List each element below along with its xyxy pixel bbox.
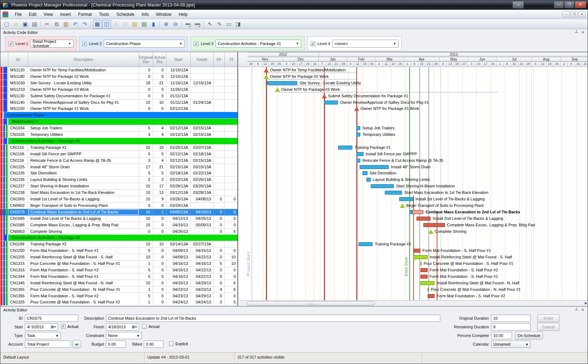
display-settings-button[interactable]: ▭ — [513, 1, 524, 8]
table-row[interactable]: CN1235Site Demolition5502/18/13A02/22/13… — [0, 170, 238, 177]
activity-bar-blue[interactable] — [360, 165, 389, 169]
cpm-check-icon[interactable]: cpm✓ — [193, 20, 202, 28]
menu-edit[interactable]: Edit — [25, 10, 40, 18]
level-2-select[interactable]: Construction Phase▼ — [104, 40, 184, 48]
gantt-hscrollbar[interactable]: | | | ▶ — [239, 300, 588, 306]
column-header-description[interactable]: Description — [28, 52, 139, 67]
pin-icon[interactable]: ┴ — [575, 307, 578, 312]
copy-icon[interactable]: ⧉ — [52, 20, 61, 28]
finish-date-field[interactable]: 4/18/2013▦▾ — [106, 323, 139, 330]
milestone-red-icon[interactable] — [322, 94, 327, 98]
menu-insert[interactable]: Insert — [57, 10, 75, 18]
mdi-close-button[interactable]: ✕ — [578, 12, 585, 17]
close-icon[interactable]: × — [582, 307, 584, 312]
table-row[interactable]: CN1237Start Shoring H-Beam Installation1… — [0, 183, 238, 190]
close-icon[interactable]: × — [582, 30, 584, 35]
menu-schedule[interactable]: Schedule — [113, 10, 138, 18]
layout-view-icon[interactable]: ◨ — [234, 20, 242, 28]
timescale-icon[interactable]: ▭ — [224, 20, 233, 28]
on-schedule-button[interactable]: On Schedule — [515, 332, 543, 339]
table-row[interactable]: MS1120Owner NTP for Temp Facilities/Mobi… — [0, 67, 238, 74]
column-header-finish[interactable]: Finish — [191, 52, 214, 67]
activity-bar-red[interactable] — [423, 223, 445, 227]
zoom-out-icon[interactable]: ⊖ — [171, 20, 180, 28]
table-row[interactable]: MS1130Submit Safety Documentation for Pa… — [0, 93, 238, 99]
table-row[interactable]: CN9902Begin Transport of Soils to Proces… — [0, 203, 238, 209]
zoom-in-icon[interactable]: ⊕ — [162, 20, 170, 28]
mdi-restore-button[interactable]: ❐ — [570, 12, 578, 17]
constraint-select[interactable]: None▼ — [106, 332, 142, 339]
start-date-field[interactable]: 4/ 5/2013▦▾ — [25, 323, 58, 330]
table-row[interactable]: CN1345Install Reinforcing Steel @ Mat Fo… — [0, 280, 238, 287]
milestone-green-icon[interactable] — [264, 74, 269, 79]
level-3-checkbox[interactable]: ✓ — [194, 41, 199, 46]
column-header-original[interactable]: Original Dur — [139, 52, 153, 67]
pin-icon[interactable]: ┴ — [575, 30, 578, 35]
trace-view-icon[interactable]: ∷ — [121, 20, 130, 28]
table-row[interactable]: CN1115Training Package #1101001/25/13A02… — [0, 145, 238, 151]
level-3-select[interactable]: Construction Activities - Package #1▼ — [215, 40, 301, 48]
redo-icon[interactable]: ↷ — [80, 20, 89, 28]
column-header-start[interactable]: Start — [166, 52, 191, 67]
activity-bar-lime[interactable] — [420, 281, 435, 285]
table-row[interactable]: CN1585Install 2nd Level of Tie-Backs & L… — [0, 216, 238, 222]
level-2-checkbox[interactable]: ✓ — [82, 41, 87, 46]
new-document-icon[interactable]: ▢ — [2, 20, 11, 28]
activity-bar-lime[interactable] — [428, 288, 429, 292]
account-field[interactable]: Total Project — [25, 341, 71, 348]
cut-icon[interactable]: ✂ — [43, 20, 52, 28]
table-row[interactable]: CN1586Complete Mass Excav., Lagging & Pr… — [0, 222, 238, 228]
mdi-minimize-button[interactable]: — — [562, 12, 570, 17]
activity-bar-red[interactable] — [428, 294, 435, 298]
activity-bar-lime[interactable] — [420, 262, 422, 266]
link-edit-icon[interactable]: ✎ — [215, 20, 224, 28]
level-1-checkbox[interactable]: ✓ — [9, 41, 13, 46]
milestone-green-icon[interactable] — [275, 87, 280, 92]
maximize-button[interactable]: ❐ — [565, 1, 574, 8]
level-4-checkbox[interactable]: ✓ — [311, 41, 315, 46]
column-header-gutter[interactable] — [0, 52, 8, 67]
group-row[interactable]: Construction Phase — [0, 112, 238, 119]
print-icon[interactable]: ▤ — [30, 20, 39, 28]
activity-bar-red[interactable] — [416, 217, 431, 221]
activity-bar-blue[interactable] — [356, 152, 364, 156]
checkbox-unchecked-icon[interactable] — [142, 324, 147, 329]
paste-icon[interactable]: ▥ — [62, 20, 70, 28]
budget-field[interactable]: 0.00 — [106, 341, 126, 348]
table-row[interactable]: CN1356Form Mat Foundation - S. Half Pour… — [0, 293, 238, 299]
enter-button[interactable]: Enter — [537, 314, 560, 322]
level-4-select[interactable]: <none>▼ — [332, 40, 398, 48]
activity-bar-blue[interactable] — [356, 159, 360, 163]
gantt-view-icon[interactable]: ◫ — [102, 20, 111, 28]
progress-bar-actual[interactable] — [409, 210, 412, 214]
type-select[interactable]: Task▼ — [25, 332, 61, 339]
activity-bar-blue[interactable] — [358, 242, 373, 246]
open-folder-icon[interactable]: ▱ — [12, 20, 20, 28]
calendar-icon[interactable]: ▦▾ — [51, 325, 56, 329]
activity-bar-blue[interactable] — [267, 81, 298, 85]
activity-bar-red[interactable] — [413, 249, 420, 253]
table-row[interactable]: MS1210Owner NTP for Package #3 Work0011/… — [0, 86, 238, 93]
table-row[interactable]: CN1199Training Package #2101002/14/13A02… — [0, 241, 238, 248]
activity-bar-blue[interactable] — [385, 191, 402, 195]
undo-icon[interactable]: ↶ — [71, 20, 80, 28]
remaining-duration-field[interactable]: 9 — [491, 323, 531, 330]
network-view-icon[interactable]: ∴ — [112, 20, 120, 28]
checkbox-unchecked-icon[interactable] — [169, 341, 174, 346]
activity-bar-blue[interactable] — [371, 184, 394, 188]
image-icon[interactable]: ▧ — [140, 20, 148, 28]
activity-bar-blue[interactable] — [366, 178, 370, 182]
milestone-green-icon[interactable] — [400, 203, 405, 208]
original-duration-field[interactable]: 10 — [491, 315, 531, 322]
percent-complete-field[interactable]: 10.00 — [491, 332, 512, 339]
explicit-checkbox[interactable]: Explicit — [169, 341, 188, 346]
description-field[interactable]: Continue Mass Excavation to 2nd Lvl of T… — [106, 315, 440, 322]
calendar-select[interactable]: Unnamed▼ — [491, 341, 531, 348]
menu-view[interactable]: View — [40, 10, 57, 18]
activity-bar-blue[interactable] — [356, 126, 360, 130]
select-cursor-icon[interactable]: ↖ — [206, 20, 214, 28]
chart-icon[interactable]: ▮ — [149, 20, 158, 28]
menu-format[interactable]: Format — [75, 10, 95, 18]
menu-window[interactable]: Window — [152, 10, 175, 18]
table-row[interactable]: CN1316Form Mat Foundation - S. Half Pour… — [0, 267, 238, 274]
